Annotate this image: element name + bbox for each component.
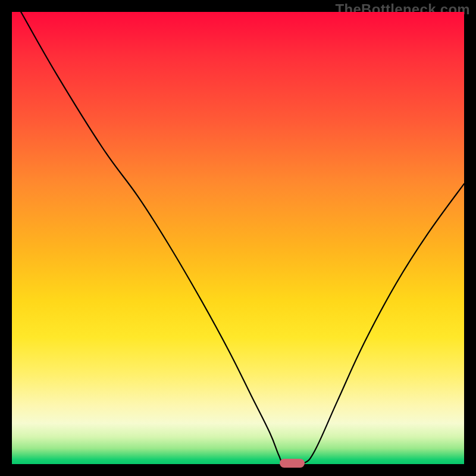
plot-area: [12, 12, 464, 464]
optimal-point-marker: [280, 459, 305, 468]
bottleneck-curve: [12, 12, 464, 464]
chart-frame: TheBottleneck.com: [0, 0, 476, 476]
